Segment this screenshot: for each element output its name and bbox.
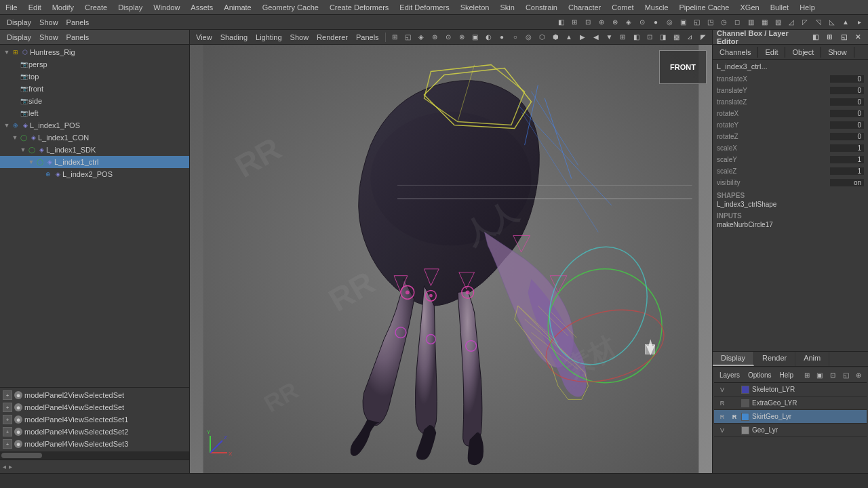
vp-icon-19[interactable]: ◧ — [630, 31, 642, 43]
toolbar-icon-23[interactable]: ▸ — [853, 16, 865, 28]
channel-value-tz[interactable]: 0 — [830, 98, 864, 106]
channel-value-sx[interactable]: 1 — [830, 144, 864, 152]
menu-constrain[interactable]: Constrain — [520, 2, 563, 13]
channel-value-sz[interactable]: 1 — [830, 167, 864, 175]
menu-comet[interactable]: Comet — [606, 2, 639, 13]
cb-header-icon-3[interactable]: ◱ — [837, 31, 850, 43]
layer-icon-1[interactable]: ⊞ — [802, 370, 812, 381]
menu-help[interactable]: Help — [794, 2, 821, 13]
outliner-item-huntress[interactable]: ▼ ⊞ ⬡ Huntress_Rig — [0, 46, 189, 58]
toolbar-icon-15[interactable]: ▥ — [745, 16, 757, 28]
layer-row-skirtgeo[interactable]: R R SkirtGeo_Lyr — [714, 410, 867, 424]
menu-geometry-cache[interactable]: Geometry Cache — [257, 2, 324, 13]
set-expand-icon-4[interactable]: + — [3, 427, 12, 436]
set-item-1[interactable]: + ● modelPanel2ViewSelectedSet — [0, 389, 189, 401]
viewport[interactable]: View Shading Lighting Show Renderer Pane… — [190, 30, 712, 473]
vp-icon-9[interactable]: ● — [496, 31, 508, 43]
channel-translatez[interactable]: translateZ 0 — [717, 96, 864, 107]
br-tab-render[interactable]: Render — [754, 352, 795, 366]
cb-header-icon-4[interactable]: ✕ — [852, 31, 864, 43]
outliner-item-sdk[interactable]: ▼ ◯ ◈ L_index1_SDK — [0, 144, 189, 156]
cb-header-icon-2[interactable]: ⊞ — [823, 31, 835, 43]
outliner-item-index2[interactable]: ⊕ ◈ L_index2_POS — [0, 168, 189, 180]
viewport-show-btn[interactable]: Show — [287, 33, 313, 42]
vp-icon-7[interactable]: ▣ — [469, 31, 481, 43]
shape-name[interactable]: L_index3_ctrlShape — [717, 201, 864, 208]
toolbar-icon-5[interactable]: ⊗ — [609, 16, 621, 28]
tab-show[interactable]: Show — [821, 47, 854, 58]
outliner-item-front[interactable]: 📷 front — [0, 83, 189, 95]
channel-value-rx[interactable]: 0 — [830, 110, 864, 117]
toolbar-icon-14[interactable]: ◻ — [731, 16, 743, 28]
toolbar-icon-6[interactable]: ◈ — [623, 16, 635, 28]
channel-value-ry[interactable]: 0 — [830, 121, 864, 129]
tab-edit[interactable]: Edit — [758, 47, 785, 58]
outliner-show-btn[interactable]: Show — [35, 32, 62, 43]
vp-icon-23[interactable]: ⊿ — [684, 31, 696, 43]
menu-bullet[interactable]: Bullet — [765, 2, 795, 13]
menu-animate[interactable]: Animate — [218, 2, 256, 13]
channel-value-rz[interactable]: 0 — [830, 133, 864, 140]
toolbar-icon-22[interactable]: ▲ — [840, 16, 852, 28]
menu-muscle[interactable]: Muscle — [639, 2, 674, 13]
toolbar-icon-7[interactable]: ⊙ — [636, 16, 648, 28]
channel-scalez[interactable]: scaleZ 1 — [717, 165, 864, 176]
channel-rotatey[interactable]: rotateY 0 — [717, 119, 864, 130]
channel-translatex[interactable]: translateX 0 — [717, 73, 864, 84]
tab-channels[interactable]: Channels — [713, 47, 758, 58]
toolbar-icon-4[interactable]: ⊕ — [595, 16, 608, 28]
vp-icon-12[interactable]: ⬡ — [536, 31, 549, 43]
channel-translatey[interactable]: translateY 0 — [717, 85, 864, 96]
channel-rotatez[interactable]: rotateZ 0 — [717, 131, 864, 142]
toolbar-icon-21[interactable]: ◺ — [826, 16, 838, 28]
menu-edit-deformers[interactable]: Edit Deformers — [394, 2, 454, 13]
outliner-item-pos[interactable]: ▼ ⊕ ◈ L_index1_POS — [0, 119, 189, 131]
layers-btn[interactable]: Layers — [717, 371, 743, 380]
help-btn[interactable]: Help — [776, 371, 796, 380]
toolbar-show-btn[interactable]: Show — [35, 17, 62, 28]
vp-icon-18[interactable]: ⊞ — [616, 31, 629, 43]
menu-character[interactable]: Character — [563, 2, 606, 13]
menu-file[interactable]: File — [0, 2, 23, 13]
layer-row-extrageo[interactable]: R ExtraGeo_LYR — [714, 396, 867, 410]
viewport-lighting-btn[interactable]: Lighting — [252, 33, 285, 42]
toolbar-icon-8[interactable]: ● — [650, 16, 662, 28]
set-item-4[interactable]: + ● modelPanel4ViewSelectedSet2 — [0, 426, 189, 438]
vp-icon-8[interactable]: ◐ — [482, 31, 494, 43]
toolbar-display-btn[interactable]: Display — [3, 17, 35, 28]
outliner-panels-btn[interactable]: Panels — [62, 32, 94, 43]
toolbar-icon-9[interactable]: ◎ — [663, 16, 675, 28]
expand-icon[interactable]: ▼ — [3, 48, 11, 56]
toolbar-icon-20[interactable]: ◹ — [812, 16, 825, 28]
vp-icon-4[interactable]: ⊕ — [429, 31, 441, 43]
viewport-panels-btn[interactable]: Panels — [353, 33, 382, 42]
menu-display[interactable]: Display — [113, 2, 148, 13]
channel-value-ty[interactable]: 0 — [830, 87, 864, 94]
menu-create-deformers[interactable]: Create Deformers — [324, 2, 394, 13]
vp-icon-11[interactable]: ◎ — [523, 31, 535, 43]
channel-value-vis[interactable]: on — [830, 179, 864, 186]
viewport-view-btn[interactable]: View — [193, 33, 216, 42]
outliner-item-top[interactable]: 📷 top — [0, 70, 189, 83]
toolbar-icon-2[interactable]: ⊞ — [568, 16, 580, 28]
toolbar-icon-11[interactable]: ◱ — [690, 16, 703, 28]
vp-icon-20[interactable]: ⊡ — [644, 31, 656, 43]
channel-value-tx[interactable]: 0 — [830, 75, 864, 83]
vp-icon-13[interactable]: ⬢ — [549, 31, 561, 43]
vp-icon-10[interactable]: ○ — [509, 31, 521, 43]
layer-icon-3[interactable]: ⊡ — [827, 370, 837, 381]
vp-icon-6[interactable]: ⊗ — [456, 31, 468, 43]
scroll-right-btn[interactable]: ▸ — [9, 463, 12, 470]
toolbar-icon-10[interactable]: ▣ — [677, 16, 689, 28]
outliner-item-persp[interactable]: 📷 persp — [0, 58, 189, 70]
vp-icon-16[interactable]: ◀ — [590, 31, 602, 43]
set-expand-icon-5[interactable]: + — [3, 439, 12, 449]
viewport-3d-content[interactable]: RR RR 人人 素材 RR FRONT X Y Z — [190, 45, 712, 473]
vp-icon-24[interactable]: ◤ — [697, 31, 709, 43]
outliner-item-side[interactable]: 📷 side — [0, 95, 189, 107]
vp-icon-2[interactable]: ◱ — [401, 31, 414, 43]
menu-window[interactable]: Window — [148, 2, 185, 13]
layer-row-geo[interactable]: V Geo_Lyr — [714, 424, 867, 437]
toolbar-icon-17[interactable]: ▧ — [772, 16, 784, 28]
vp-icon-14[interactable]: ▲ — [563, 31, 575, 43]
